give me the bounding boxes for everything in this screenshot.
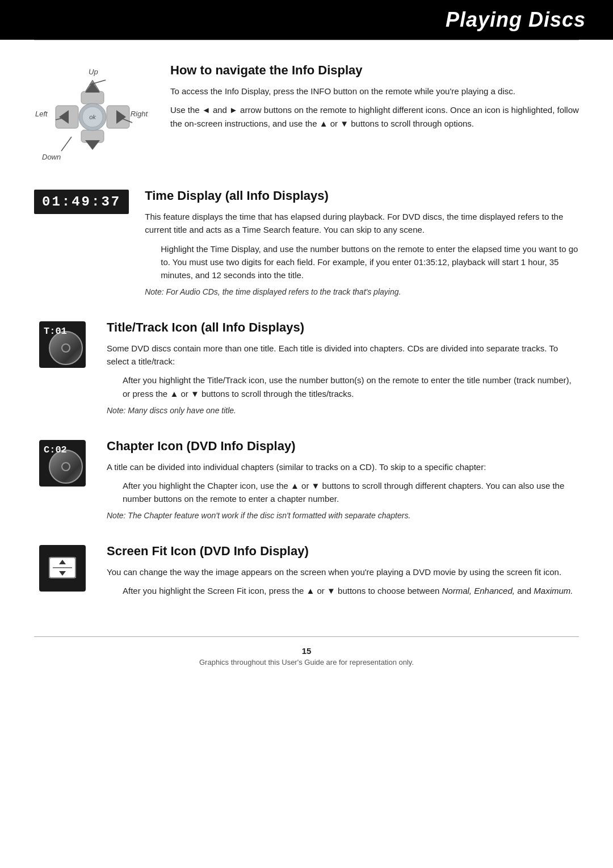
- time-display-content: Time Display (all Info Displays) This fe…: [145, 188, 579, 303]
- title-track-indented: After you highlight the Title/Track icon…: [123, 374, 579, 400]
- time-display-para1: This feature displays the time that has …: [145, 210, 579, 237]
- svg-marker-4: [85, 140, 100, 150]
- time-display-title: Time Display (all Info Displays): [145, 188, 579, 203]
- title-track-section: T:01 Title/Track Icon (all Info Displays…: [34, 320, 579, 422]
- time-display-section: 01:49:37 Time Display (all Info Displays…: [34, 188, 579, 303]
- chapter-para1: A title can be divided into individual c…: [107, 460, 579, 473]
- svg-text:ok: ok: [89, 114, 96, 120]
- navigate-para2: Use the ◄ and ► arrow buttons on the rem…: [170, 103, 579, 130]
- chapter-title: Chapter Icon (DVD Info Display): [107, 439, 579, 454]
- screen-fit-icon: [39, 545, 86, 592]
- time-display-icon-area: 01:49:37: [34, 188, 129, 214]
- normal-text: Normal,: [442, 586, 472, 596]
- chapter-section: C:02 Chapter Icon (DVD Info Display) A t…: [34, 439, 579, 527]
- svg-rect-1: [81, 91, 104, 104]
- title-track-badge-label: T:01: [44, 326, 67, 337]
- navigate-section: Up Left Down Right: [34, 63, 579, 168]
- title-track-para1: Some DVD discs contain more than one tit…: [107, 342, 579, 368]
- main-content: Up Left Down Right: [0, 40, 613, 636]
- chapter-icon: C:02: [39, 440, 86, 487]
- screen-fit-indented: After you highlight the Screen Fit icon,…: [123, 584, 579, 597]
- navigate-para1: To access the Info Display, press the IN…: [170, 85, 579, 98]
- time-display-note: Note: For Audio CDs, the time displayed …: [145, 286, 579, 299]
- screen-fit-content: Screen Fit Icon (DVD Info Display) You c…: [107, 544, 579, 602]
- dpad-diagram: Up Left Down Right: [34, 63, 148, 168]
- screen-fit-icon-area: [34, 544, 91, 592]
- navigate-title: How to navigate the Info Display: [170, 63, 579, 78]
- chapter-content: Chapter Icon (DVD Info Display) A title …: [107, 439, 579, 527]
- title-track-icon: T:01: [39, 321, 86, 368]
- footer: 15 Graphics throughout this User's Guide…: [0, 637, 613, 676]
- screen-fit-para1: You can change the way the image appears…: [107, 565, 579, 578]
- maximum-text: Maximum.: [534, 586, 573, 596]
- chapter-badge-label: C:02: [44, 445, 67, 455]
- title-track-note: Note: Many discs only have one title.: [107, 405, 579, 417]
- screen-fit-svg: [46, 552, 79, 585]
- svg-line-14: [61, 137, 72, 151]
- dpad-svg: ok: [50, 74, 135, 160]
- svg-marker-2: [85, 83, 100, 93]
- chapter-note: Note: The Chapter feature won't work if …: [107, 510, 579, 522]
- time-display-indented: Highlight the Time Display, and use the …: [161, 242, 579, 282]
- page-number: 15: [9, 646, 604, 656]
- chapter-indented: After you highlight the Chapter icon, us…: [123, 479, 579, 506]
- page-title: Playing Discs: [0, 0, 613, 40]
- screen-fit-title: Screen Fit Icon (DVD Info Display): [107, 544, 579, 559]
- footer-note: Graphics throughout this User's Guide ar…: [199, 658, 414, 666]
- title-track-content: Title/Track Icon (all Info Displays) Som…: [107, 320, 579, 422]
- enhanced-text: Enhanced,: [474, 586, 515, 596]
- label-left: Left: [35, 110, 48, 118]
- screen-fit-section: Screen Fit Icon (DVD Info Display) You c…: [34, 544, 579, 602]
- title-track-icon-area: T:01: [34, 320, 91, 368]
- chapter-icon-area: C:02: [34, 439, 91, 487]
- time-display-badge: 01:49:37: [34, 190, 129, 214]
- navigate-text: How to navigate the Info Display To acce…: [170, 63, 579, 168]
- title-track-title: Title/Track Icon (all Info Displays): [107, 320, 579, 335]
